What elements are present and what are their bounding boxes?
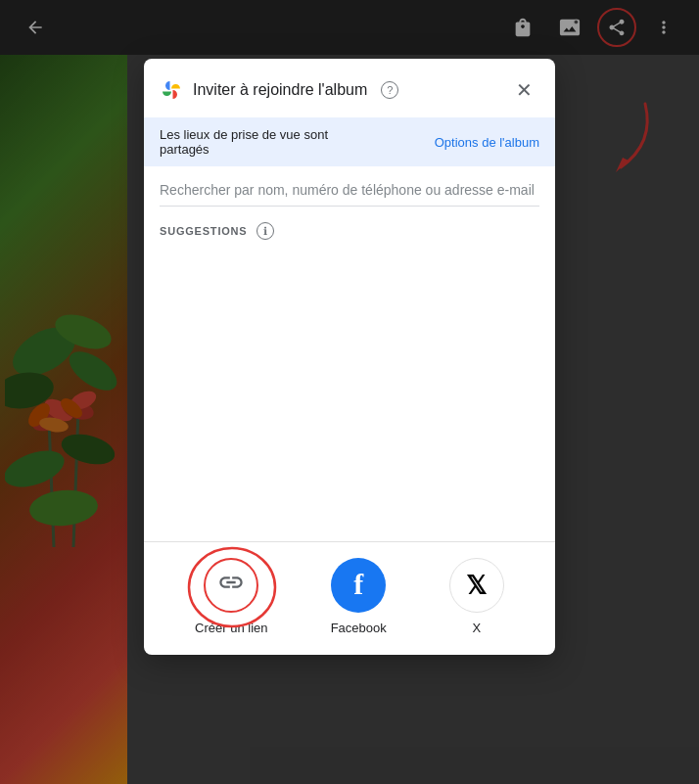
modal-title-group: Inviter à rejoindre l'album ? — [160, 78, 398, 102]
google-photos-icon — [160, 78, 183, 102]
facebook-icon: f — [331, 558, 386, 613]
create-link-label: Créer un lien — [195, 621, 267, 635]
modal-overlay: Inviter à rejoindre l'album ? ✕ Les lieu… — [0, 0, 699, 784]
share-modal: Inviter à rejoindre l'album ? ✕ Les lieu… — [144, 59, 555, 655]
suggestions-section: SUGGESTIONS ℹ — [144, 207, 555, 541]
facebook-label: Facebook — [331, 621, 387, 635]
x-button[interactable]: 𝕏 X — [449, 558, 504, 635]
location-banner: Les lieux de prise de vue sont partagés … — [144, 117, 555, 166]
close-button[interactable]: ✕ — [508, 74, 539, 106]
search-input[interactable] — [160, 178, 539, 207]
link-icon — [217, 569, 245, 603]
suggestions-help-icon[interactable]: ℹ — [256, 222, 274, 240]
modal-title: Inviter à rejoindre l'album — [193, 81, 367, 99]
suggestions-label: SUGGESTIONS — [160, 225, 247, 237]
link-icon-wrap — [204, 558, 258, 613]
facebook-button[interactable]: f Facebook — [331, 558, 387, 635]
x-label: X — [473, 621, 482, 635]
share-footer: Créer un lien f Facebook 𝕏 X — [144, 542, 555, 655]
album-options-link[interactable]: Options de l'album — [435, 135, 539, 150]
search-section — [144, 166, 555, 207]
x-icon: 𝕏 — [449, 558, 504, 613]
suggestions-empty-area — [160, 248, 539, 541]
modal-header: Inviter à rejoindre l'album ? ✕ — [144, 59, 555, 117]
help-icon[interactable]: ? — [381, 81, 398, 99]
location-text: Les lieux de prise de vue sont partagés — [160, 127, 355, 157]
create-link-button[interactable]: Créer un lien — [195, 558, 267, 635]
suggestions-label-row: SUGGESTIONS ℹ — [160, 222, 539, 240]
